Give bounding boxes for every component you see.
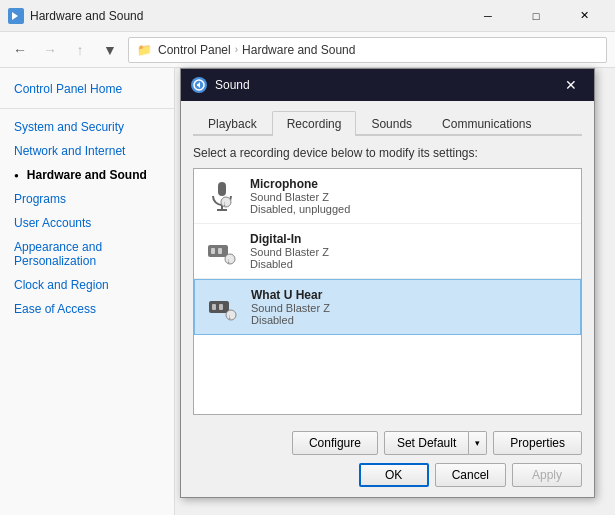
dialog-footer: Configure Set Default ▾ Properties OK Ca… [181,423,594,497]
footer-bottom-buttons: OK Cancel Apply [193,463,582,487]
separator-1: › [235,44,238,55]
svg-text:↓: ↓ [228,313,232,320]
tab-recording[interactable]: Recording [272,111,357,136]
svg-rect-8 [211,248,215,254]
digital-in-info: Digital-In Sound Blaster Z Disabled [250,232,329,270]
sidebar-item-hardware[interactable]: Hardware and Sound [0,163,174,187]
dialog-body: Playback Recording Sounds Communications… [181,101,594,423]
set-default-split: Set Default ▾ [384,431,487,455]
svg-rect-14 [219,304,223,310]
digital-in-status: Disabled [250,258,329,270]
set-default-button[interactable]: Set Default [384,431,469,455]
configure-button[interactable]: Configure [292,431,378,455]
digital-in-icon: ↓ [204,233,240,269]
svg-text:↓: ↓ [223,200,227,207]
sound-dialog: Sound ✕ Playback Recording Sounds Commun… [180,68,595,498]
dialog-tabs: Playback Recording Sounds Communications [193,111,582,136]
digital-in-subname: Sound Blaster Z [250,246,329,258]
sidebar-item-home[interactable]: Control Panel Home [0,76,174,102]
device-microphone[interactable]: ↓ Microphone Sound Blaster Z Disabled, u… [194,169,581,224]
sidebar-item-user-accounts[interactable]: User Accounts [0,211,174,235]
properties-button[interactable]: Properties [493,431,582,455]
what-u-hear-name: What U Hear [251,288,330,302]
footer-top-buttons: Configure Set Default ▾ Properties [193,431,582,455]
sidebar-item-ease[interactable]: Ease of Access [0,297,174,321]
svg-rect-13 [212,304,216,310]
what-u-hear-info: What U Hear Sound Blaster Z Disabled [251,288,330,326]
sidebar-item-appearance[interactable]: Appearance and Personalization [0,235,174,273]
dialog-close-button[interactable]: ✕ [558,74,584,96]
title-bar: Hardware and Sound ─ □ ✕ [0,0,615,32]
recent-button[interactable]: ▼ [98,38,122,62]
microphone-subname: Sound Blaster Z [250,191,350,203]
back-button[interactable]: ← [8,38,32,62]
window-title: Hardware and Sound [30,9,143,23]
path-hardware-sound: Hardware and Sound [242,43,355,57]
dialog-title-bar: Sound ✕ [181,69,594,101]
address-bar: ← → ↑ ▼ 📁 Control Panel › Hardware and S… [0,32,615,68]
tab-playback[interactable]: Playback [193,111,272,136]
minimize-button[interactable]: ─ [465,1,511,31]
svg-text:↓: ↓ [227,257,231,264]
sidebar-item-network[interactable]: Network and Internet [0,139,174,163]
tab-sounds[interactable]: Sounds [356,111,427,136]
sidebar-item-system[interactable]: System and Security [0,115,174,139]
maximize-button[interactable]: □ [513,1,559,31]
tab-communications[interactable]: Communications [427,111,546,136]
device-what-u-hear[interactable]: ↓ What U Hear Sound Blaster Z Disabled [194,279,581,335]
microphone-name: Microphone [250,177,350,191]
svg-marker-0 [12,12,18,20]
sidebar-divider-1 [0,108,174,109]
up-button[interactable]: ↑ [68,38,92,62]
recording-instruction: Select a recording device below to modif… [193,146,582,160]
address-path[interactable]: 📁 Control Panel › Hardware and Sound [128,37,607,63]
what-u-hear-icon: ↓ [205,289,241,325]
microphone-icon: ↓ [204,178,240,214]
close-button[interactable]: ✕ [561,1,607,31]
cancel-button[interactable]: Cancel [435,463,506,487]
app-icon [8,8,24,24]
device-digital-in[interactable]: ↓ Digital-In Sound Blaster Z Disabled [194,224,581,279]
dialog-title: Sound [215,78,558,92]
digital-in-name: Digital-In [250,232,329,246]
set-default-arrow[interactable]: ▾ [469,431,487,455]
device-list: ↓ Microphone Sound Blaster Z Disabled, u… [193,168,582,415]
window-controls: ─ □ ✕ [465,1,607,31]
microphone-status: Disabled, unplugged [250,203,350,215]
what-u-hear-subname: Sound Blaster Z [251,302,330,314]
apply-button[interactable]: Apply [512,463,582,487]
path-control-panel: Control Panel [158,43,231,57]
what-u-hear-status: Disabled [251,314,330,326]
sidebar-item-programs[interactable]: Programs [0,187,174,211]
ok-button[interactable]: OK [359,463,429,487]
svg-rect-9 [218,248,222,254]
forward-button[interactable]: → [38,38,62,62]
sidebar-item-clock[interactable]: Clock and Region [0,273,174,297]
folder-icon: 📁 [137,43,152,57]
sidebar: Control Panel Home System and Security N… [0,68,175,515]
microphone-info: Microphone Sound Blaster Z Disabled, unp… [250,177,350,215]
svg-rect-2 [218,182,226,196]
sound-icon [191,77,207,93]
